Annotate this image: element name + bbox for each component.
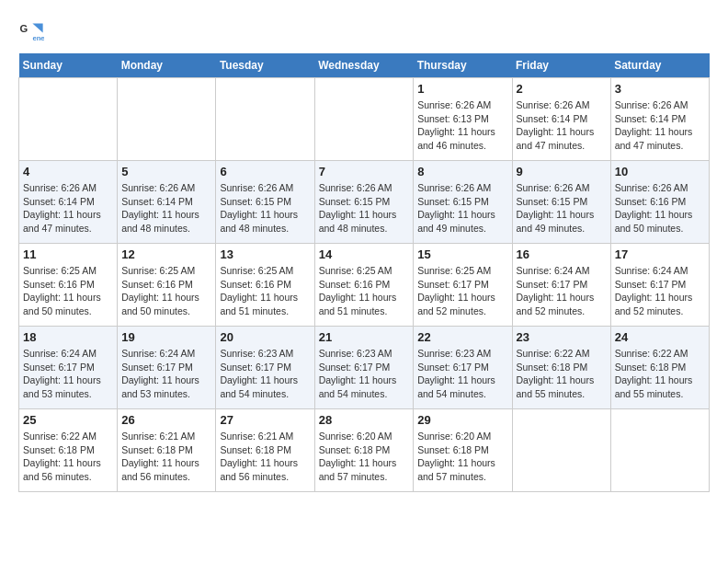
- day-number: 8: [417, 165, 507, 178]
- calendar-cell: 23Sunrise: 6:22 AM Sunset: 6:18 PM Dayli…: [512, 327, 610, 409]
- header-sunday: Sunday: [19, 53, 118, 78]
- day-info: Sunrise: 6:24 AM Sunset: 6:17 PM Dayligh…: [517, 264, 607, 318]
- calendar-cell: 7Sunrise: 6:26 AM Sunset: 6:15 PM Daylig…: [314, 161, 414, 244]
- day-number: 9: [517, 165, 607, 178]
- header-wednesday: Wednesday: [314, 53, 414, 78]
- day-info: Sunrise: 6:26 AM Sunset: 6:14 PM Dayligh…: [23, 181, 113, 236]
- calendar-cell: [610, 409, 709, 492]
- calendar-cell: 18Sunrise: 6:24 AM Sunset: 6:17 PM Dayli…: [19, 327, 118, 409]
- calendar-cell: [118, 78, 216, 161]
- day-number: 10: [615, 165, 705, 178]
- svg-text:eneralBlue: eneralBlue: [32, 34, 44, 42]
- calendar-week-4: 18Sunrise: 6:24 AM Sunset: 6:17 PM Dayli…: [19, 327, 710, 409]
- calendar-cell: 14Sunrise: 6:25 AM Sunset: 6:16 PM Dayli…: [314, 244, 414, 327]
- day-info: Sunrise: 6:24 AM Sunset: 6:17 PM Dayligh…: [615, 264, 705, 318]
- day-info: Sunrise: 6:26 AM Sunset: 6:15 PM Dayligh…: [417, 181, 507, 236]
- calendar-cell: 8Sunrise: 6:26 AM Sunset: 6:15 PM Daylig…: [414, 161, 512, 244]
- svg-text:G: G: [19, 23, 28, 34]
- calendar-cell: 2Sunrise: 6:26 AM Sunset: 6:14 PM Daylig…: [512, 78, 610, 161]
- day-number: 12: [121, 247, 211, 261]
- day-info: Sunrise: 6:25 AM Sunset: 6:16 PM Dayligh…: [220, 264, 310, 318]
- calendar-cell: 29Sunrise: 6:20 AM Sunset: 6:18 PM Dayli…: [414, 409, 512, 492]
- day-info: Sunrise: 6:26 AM Sunset: 6:15 PM Dayligh…: [319, 181, 410, 236]
- day-number: 16: [517, 247, 607, 261]
- calendar-cell: [314, 78, 414, 161]
- day-info: Sunrise: 6:24 AM Sunset: 6:17 PM Dayligh…: [23, 347, 113, 401]
- calendar-week-5: 25Sunrise: 6:22 AM Sunset: 6:18 PM Dayli…: [19, 409, 710, 492]
- day-number: 6: [220, 165, 310, 178]
- day-number: 14: [319, 247, 410, 261]
- day-info: Sunrise: 6:26 AM Sunset: 6:14 PM Dayligh…: [121, 181, 211, 236]
- svg-marker-1: [32, 24, 42, 33]
- day-number: 3: [615, 82, 705, 96]
- calendar-cell: 22Sunrise: 6:23 AM Sunset: 6:17 PM Dayli…: [414, 327, 512, 409]
- day-number: 19: [121, 330, 211, 344]
- day-info: Sunrise: 6:23 AM Sunset: 6:17 PM Dayligh…: [319, 347, 410, 401]
- calendar-cell: 11Sunrise: 6:25 AM Sunset: 6:16 PM Dayli…: [19, 244, 118, 327]
- day-number: 1: [417, 82, 507, 96]
- day-number: 28: [319, 413, 410, 427]
- day-info: Sunrise: 6:25 AM Sunset: 6:16 PM Dayligh…: [319, 264, 410, 318]
- calendar-cell: 28Sunrise: 6:20 AM Sunset: 6:18 PM Dayli…: [314, 409, 414, 492]
- calendar-cell: 4Sunrise: 6:26 AM Sunset: 6:14 PM Daylig…: [19, 161, 118, 244]
- day-info: Sunrise: 6:25 AM Sunset: 6:16 PM Dayligh…: [23, 264, 113, 318]
- day-number: 23: [517, 330, 607, 344]
- calendar-cell: 10Sunrise: 6:26 AM Sunset: 6:16 PM Dayli…: [610, 161, 709, 244]
- calendar-cell: 19Sunrise: 6:24 AM Sunset: 6:17 PM Dayli…: [118, 327, 216, 409]
- day-number: 2: [517, 82, 607, 96]
- day-number: 20: [220, 330, 310, 344]
- calendar-cell: 27Sunrise: 6:21 AM Sunset: 6:18 PM Dayli…: [216, 409, 314, 492]
- day-number: 21: [319, 330, 410, 344]
- day-info: Sunrise: 6:22 AM Sunset: 6:18 PM Dayligh…: [23, 430, 113, 484]
- day-number: 22: [417, 330, 507, 344]
- calendar-cell: 24Sunrise: 6:22 AM Sunset: 6:18 PM Dayli…: [610, 327, 709, 409]
- day-info: Sunrise: 6:26 AM Sunset: 6:16 PM Dayligh…: [615, 181, 705, 236]
- day-number: 13: [220, 247, 310, 261]
- calendar-cell: 15Sunrise: 6:25 AM Sunset: 6:17 PM Dayli…: [414, 244, 512, 327]
- header-monday: Monday: [118, 53, 216, 78]
- calendar-cell: 12Sunrise: 6:25 AM Sunset: 6:16 PM Dayli…: [118, 244, 216, 327]
- day-info: Sunrise: 6:25 AM Sunset: 6:17 PM Dayligh…: [417, 264, 507, 318]
- logo-icon: G eneralBlue: [18, 18, 44, 44]
- calendar-cell: 26Sunrise: 6:21 AM Sunset: 6:18 PM Dayli…: [118, 409, 216, 492]
- day-number: 24: [615, 330, 705, 344]
- calendar-week-2: 4Sunrise: 6:26 AM Sunset: 6:14 PM Daylig…: [19, 161, 710, 244]
- day-info: Sunrise: 6:26 AM Sunset: 6:15 PM Dayligh…: [517, 181, 607, 236]
- calendar-table: SundayMondayTuesdayWednesdayThursdayFrid…: [18, 53, 710, 492]
- calendar-cell: 21Sunrise: 6:23 AM Sunset: 6:17 PM Dayli…: [314, 327, 414, 409]
- day-info: Sunrise: 6:24 AM Sunset: 6:17 PM Dayligh…: [121, 347, 211, 401]
- day-info: Sunrise: 6:22 AM Sunset: 6:18 PM Dayligh…: [517, 347, 607, 401]
- day-number: 27: [220, 413, 310, 427]
- logo: G eneralBlue: [18, 18, 48, 44]
- calendar-cell: 6Sunrise: 6:26 AM Sunset: 6:15 PM Daylig…: [216, 161, 314, 244]
- day-number: 26: [121, 413, 211, 427]
- calendar-cell: 13Sunrise: 6:25 AM Sunset: 6:16 PM Dayli…: [216, 244, 314, 327]
- header-thursday: Thursday: [414, 53, 512, 78]
- calendar-cell: 1Sunrise: 6:26 AM Sunset: 6:13 PM Daylig…: [414, 78, 512, 161]
- calendar-cell: 16Sunrise: 6:24 AM Sunset: 6:17 PM Dayli…: [512, 244, 610, 327]
- day-number: 17: [615, 247, 705, 261]
- calendar-cell: [19, 78, 118, 161]
- day-number: 15: [417, 247, 507, 261]
- day-info: Sunrise: 6:21 AM Sunset: 6:18 PM Dayligh…: [220, 430, 310, 484]
- day-info: Sunrise: 6:26 AM Sunset: 6:13 PM Dayligh…: [417, 98, 507, 153]
- header-tuesday: Tuesday: [216, 53, 314, 78]
- calendar-cell: 17Sunrise: 6:24 AM Sunset: 6:17 PM Dayli…: [610, 244, 709, 327]
- day-number: 7: [319, 165, 410, 178]
- day-info: Sunrise: 6:20 AM Sunset: 6:18 PM Dayligh…: [319, 430, 410, 484]
- header-saturday: Saturday: [610, 53, 709, 78]
- day-info: Sunrise: 6:23 AM Sunset: 6:17 PM Dayligh…: [417, 347, 507, 401]
- header-friday: Friday: [512, 53, 610, 78]
- day-info: Sunrise: 6:25 AM Sunset: 6:16 PM Dayligh…: [121, 264, 211, 318]
- calendar-week-1: 1Sunrise: 6:26 AM Sunset: 6:13 PM Daylig…: [19, 78, 710, 161]
- page-header: G eneralBlue: [18, 18, 710, 44]
- calendar-cell: [216, 78, 314, 161]
- calendar-week-3: 11Sunrise: 6:25 AM Sunset: 6:16 PM Dayli…: [19, 244, 710, 327]
- calendar-cell: 5Sunrise: 6:26 AM Sunset: 6:14 PM Daylig…: [118, 161, 216, 244]
- day-info: Sunrise: 6:23 AM Sunset: 6:17 PM Dayligh…: [220, 347, 310, 401]
- day-number: 4: [23, 165, 113, 178]
- day-info: Sunrise: 6:26 AM Sunset: 6:14 PM Dayligh…: [517, 98, 607, 153]
- calendar-cell: 3Sunrise: 6:26 AM Sunset: 6:14 PM Daylig…: [610, 78, 709, 161]
- day-info: Sunrise: 6:26 AM Sunset: 6:14 PM Dayligh…: [615, 98, 705, 153]
- calendar-header-row: SundayMondayTuesdayWednesdayThursdayFrid…: [19, 53, 710, 78]
